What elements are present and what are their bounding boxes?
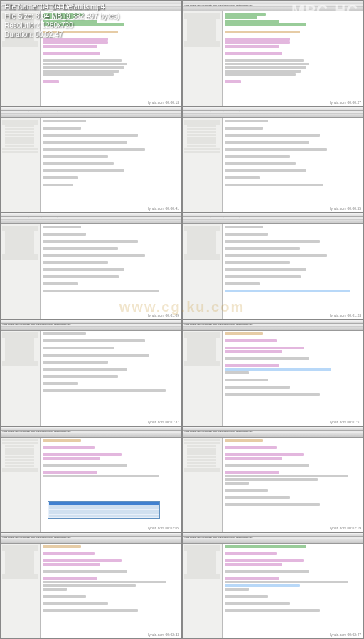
duration-label: Duration:: [4, 31, 33, 38]
xcode-navigator-sidebar: [183, 544, 223, 638]
xcode-code-editor: [41, 118, 181, 213]
xcode-code-editor: [223, 331, 363, 426]
resolution-label: Resolution:: [4, 21, 40, 29]
thumbnail[interactable]: Xcode File Edit View Find Navigate Edito…: [0, 213, 182, 320]
thumbnail[interactable]: Xcode File Edit View Find Navigate Edito…: [0, 532, 182, 639]
xcode-navigator-sidebar: [183, 118, 223, 213]
xcode-body: [1, 224, 181, 319]
xcode-body: [183, 331, 363, 426]
xcode-navigator-sidebar: [1, 544, 41, 638]
xcode-navigator-sidebar: [183, 331, 223, 426]
xcode-navigator-sidebar: [1, 438, 41, 532]
xcode-body: [1, 331, 181, 426]
xcode-body: [1, 544, 181, 638]
player-info-overlay: File Name: 04_04-Defaults.mp4 File Size:…: [0, 0, 124, 41]
file-name-label: File Name:: [4, 3, 38, 11]
xcode-body: [1, 118, 181, 213]
thumbnail[interactable]: Xcode File Edit View Find Navigate Edito…: [0, 426, 182, 533]
duration-value: 00:02:47: [35, 31, 63, 38]
file-size-value: 8,94 MB (9 382 497 bytes): [36, 12, 119, 20]
xcode-code-editor: [223, 118, 363, 213]
thumbnail[interactable]: Xcode File Edit View Find Navigate Edito…: [0, 107, 182, 213]
thumbnail-watermark: lynda.com 00:00:55: [329, 206, 362, 211]
thumbnail-watermark: lynda.com 00:02:19: [329, 526, 362, 530]
xcode-navigator-sidebar: [183, 438, 223, 532]
thumbnail-watermark: lynda.com 00:01:23: [329, 313, 362, 317]
resolution-value: 1280x720: [42, 21, 73, 29]
xcode-navigator-sidebar: [1, 118, 41, 213]
thumbnail-watermark: lynda.com 00:01:09: [147, 313, 180, 317]
thumbnail-watermark: lynda.com 00:02:33: [147, 633, 180, 637]
xcode-navigator-sidebar: [183, 11, 223, 106]
xcode-body: [183, 224, 363, 319]
xcode-code-editor: [41, 544, 181, 638]
xcode-navigator-sidebar: [1, 331, 41, 426]
thumbnail-watermark: lynda.com 00:00:41: [147, 206, 180, 211]
xcode-body: [183, 118, 363, 213]
thumbnail[interactable]: Xcode File Edit View Find Navigate Edito…: [182, 213, 364, 320]
file-name-value: 04_04-Defaults.mp4: [41, 3, 105, 11]
thumbnail-watermark: lynda.com 00:01:51: [329, 420, 362, 424]
xcode-code-editor: [223, 11, 363, 106]
xcode-code-editor: [41, 331, 181, 426]
file-size-label: File Size:: [4, 12, 33, 20]
xcode-body: [1, 438, 181, 532]
thumbnail-watermark: lynda.com 00:01:37: [147, 420, 180, 424]
xcode-body: [183, 544, 363, 638]
xcode-code-editor: [223, 544, 363, 638]
thumbnail-watermark: lynda.com 00:00:13: [147, 100, 180, 105]
thumbnail[interactable]: Xcode File Edit View Find Navigate Edito…: [182, 532, 364, 639]
thumbnail-watermark: lynda.com 00:00:27: [329, 100, 362, 105]
xcode-body: [183, 438, 363, 532]
xcode-code-editor: [223, 438, 363, 532]
thumbnail[interactable]: Xcode File Edit View Find Navigate Edito…: [0, 320, 182, 426]
thumbnail[interactable]: Xcode File Edit View Find Navigate Edito…: [182, 426, 364, 533]
thumbnail-grid: Xcode File Edit View Find Navigate Edito…: [0, 0, 364, 639]
player-app-logo: MPC-HC: [291, 1, 358, 20]
thumbnail[interactable]: Xcode File Edit View Find Navigate Edito…: [182, 107, 364, 213]
xcode-navigator-sidebar: [183, 224, 223, 319]
thumbnail[interactable]: Xcode File Edit View Find Navigate Edito…: [182, 320, 364, 426]
xcode-navigator-sidebar: [1, 224, 41, 319]
xcode-code-editor: [223, 224, 363, 319]
thumbnail-watermark: lynda.com 00:02:05: [147, 526, 180, 530]
autocomplete-popup: [48, 501, 161, 519]
xcode-code-editor: [41, 224, 181, 319]
xcode-code-editor: [41, 438, 181, 532]
thumbnail-watermark: lynda.com 00:02:47: [329, 633, 362, 637]
xcode-body: [183, 11, 363, 106]
